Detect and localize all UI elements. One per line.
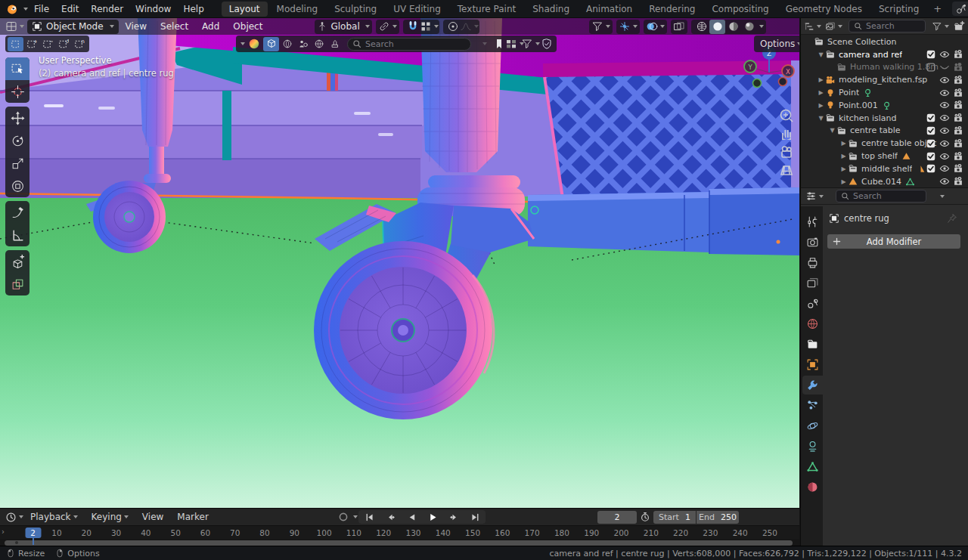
outliner-row[interactable]: ▶centre table objec <box>801 137 968 150</box>
viewport-3d[interactable]: Z X Y Object Mode V <box>0 18 799 508</box>
current-frame-badge[interactable]: 2 <box>25 528 41 539</box>
menu-help[interactable]: Help <box>177 4 209 14</box>
viewport-menu-select[interactable]: Select <box>154 21 195 32</box>
select-mode-intersect[interactable]: ∩ <box>71 37 87 51</box>
visibility-filter[interactable] <box>589 20 613 34</box>
jump-to-end-button[interactable] <box>464 510 486 524</box>
prev-keyframe-button[interactable] <box>380 510 401 524</box>
display-mode-icon[interactable] <box>507 37 523 51</box>
outliner-item-label[interactable]: Point.001 <box>839 101 878 110</box>
outliner-item-label[interactable]: kitchen island <box>839 113 897 123</box>
checkbox[interactable] <box>926 151 936 162</box>
asset-collapse-chevron[interactable] <box>240 42 245 45</box>
properties-tab-object[interactable] <box>802 355 823 374</box>
expand-chevron[interactable]: ▶ <box>839 178 848 185</box>
expand-chevron[interactable]: ▶ <box>817 76 825 83</box>
menu-edit[interactable]: Edit <box>55 4 85 14</box>
outliner-item-label[interactable]: modeling_kitchen.fsp <box>839 75 927 85</box>
ruler-expand-arrow[interactable]: › <box>2 528 5 536</box>
properties-tab-output[interactable] <box>802 253 823 272</box>
workspace-tab-texture-paint[interactable]: Texture Paint <box>450 2 523 17</box>
outliner-row[interactable]: ▶Cube.014 <box>801 175 968 188</box>
properties-editor-icon[interactable] <box>805 190 817 202</box>
auto-key-record-icon[interactable] <box>337 511 349 523</box>
snap-toggle[interactable] <box>405 20 421 34</box>
blender-logo-icon[interactable] <box>6 3 18 15</box>
select-mode-extend[interactable]: + <box>23 37 39 51</box>
viewport-menu-add[interactable]: Add <box>195 21 226 32</box>
shield-icon[interactable] <box>538 37 554 51</box>
checkbox[interactable] <box>926 113 936 123</box>
workspace-tab-geometry-nodes[interactable]: Geometry Nodes <box>778 2 870 17</box>
outliner-item-label[interactable]: Cube.014 <box>861 177 901 187</box>
playhead-line[interactable] <box>33 537 34 545</box>
show-overlays[interactable] <box>644 20 667 34</box>
jump-to-start-button[interactable] <box>358 510 380 524</box>
centre-caster-wheel[interactable] <box>314 241 494 419</box>
disable-in-renders-toggle[interactable] <box>953 75 963 85</box>
expand-chevron[interactable]: ▼ <box>828 127 836 134</box>
asset-type-material-icon[interactable] <box>279 37 295 51</box>
timeline-menu-marker[interactable]: Marker <box>170 512 215 522</box>
workspace-tab-scripting[interactable]: Scripting <box>871 2 926 17</box>
properties-tab-constraints[interactable] <box>802 437 823 456</box>
transform-orientation[interactable]: Global <box>315 20 371 34</box>
expand-chevron[interactable]: ▶ <box>817 102 825 109</box>
shading-rendered[interactable] <box>741 20 757 34</box>
tool-cursor[interactable] <box>5 80 29 103</box>
expand-chevron[interactable]: ▶ <box>839 140 848 147</box>
snap-settings[interactable] <box>421 20 437 34</box>
properties-search-field[interactable] <box>836 190 926 203</box>
add-modifier-button[interactable]: Add Modifier <box>827 234 960 249</box>
expand-chevron[interactable]: ▶ <box>839 153 848 159</box>
tool-annotate[interactable] <box>5 201 29 224</box>
checkbox[interactable] <box>926 163 936 174</box>
menu-file[interactable]: File <box>28 4 55 14</box>
outliner-item-label[interactable]: top shelf <box>861 151 898 161</box>
workspace-tab-sculpting[interactable]: Sculpting <box>327 2 384 17</box>
checkbox[interactable] <box>926 62 936 73</box>
auto-key-chevron[interactable] <box>353 515 358 518</box>
shading-solid[interactable] <box>709 20 725 34</box>
hide-in-viewport-toggle[interactable] <box>939 75 950 85</box>
properties-tab-physics[interactable] <box>802 416 823 435</box>
outliner-editor-icon[interactable] <box>804 21 814 32</box>
outliner-search-field[interactable] <box>849 20 926 32</box>
snap-target[interactable] <box>376 20 399 34</box>
tool-select-box[interactable] <box>5 57 29 80</box>
tool-transform[interactable] <box>5 175 29 197</box>
properties-tab-particles[interactable] <box>802 396 823 415</box>
checkbox[interactable] <box>926 125 936 136</box>
asset-search-input[interactable] <box>365 39 466 49</box>
properties-tab-scene[interactable] <box>802 294 823 313</box>
disable-in-renders-toggle[interactable] <box>953 88 963 98</box>
asset-type-hdr-icon[interactable] <box>311 37 327 51</box>
mode-dropdown[interactable]: Object Mode <box>27 20 119 34</box>
outliner-row[interactable]: ▼centre table <box>801 125 968 138</box>
extra-options-button[interactable] <box>476 37 492 51</box>
hide-in-viewport-toggle[interactable] <box>939 138 950 149</box>
asset-search-field[interactable] <box>347 38 471 51</box>
tool-measure[interactable] <box>5 224 29 246</box>
frame-start-field[interactable]: Start 1 <box>653 511 696 524</box>
viewport-menu-view[interactable]: View <box>119 21 154 32</box>
expand-chevron[interactable]: ▼ <box>817 51 825 58</box>
add-workspace-button[interactable]: + <box>927 3 948 14</box>
menu-window[interactable]: Window <box>129 4 177 14</box>
next-keyframe-button[interactable] <box>443 510 464 524</box>
workspace-tab-rendering[interactable]: Rendering <box>641 2 703 17</box>
small-caster-wheel[interactable] <box>93 181 166 253</box>
outliner-item-label[interactable]: camera and ref <box>839 50 902 60</box>
stopwatch-icon[interactable] <box>640 512 650 522</box>
workspace-tab-compositing[interactable]: Compositing <box>704 2 776 17</box>
properties-tab-render[interactable] <box>802 233 823 252</box>
outliner-row[interactable]: ▶modeling_kitchen.fsp <box>801 73 968 86</box>
proportional-editing-toggle[interactable] <box>445 20 461 34</box>
workspace-tab-shading[interactable]: Shading <box>525 2 577 17</box>
properties-tab-collection[interactable] <box>802 335 823 354</box>
asset-type-scene-icon[interactable] <box>295 37 311 51</box>
properties-options-chevron[interactable] <box>940 195 945 198</box>
current-frame-field[interactable]: 2 <box>597 511 637 524</box>
xray-toggle[interactable] <box>671 20 687 34</box>
timeline-ruler[interactable]: › 2 102030405060708090100110120130140150… <box>0 525 799 539</box>
